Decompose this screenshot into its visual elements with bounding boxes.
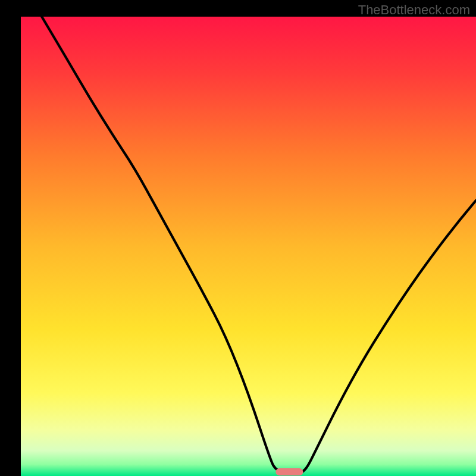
chart-gradient-bg (21, 17, 476, 476)
chart-container: TheBottleneck.com (0, 0, 476, 476)
optimal-marker (275, 468, 303, 475)
bottleneck-chart (0, 0, 476, 476)
watermark-text: TheBottleneck.com (358, 2, 470, 18)
